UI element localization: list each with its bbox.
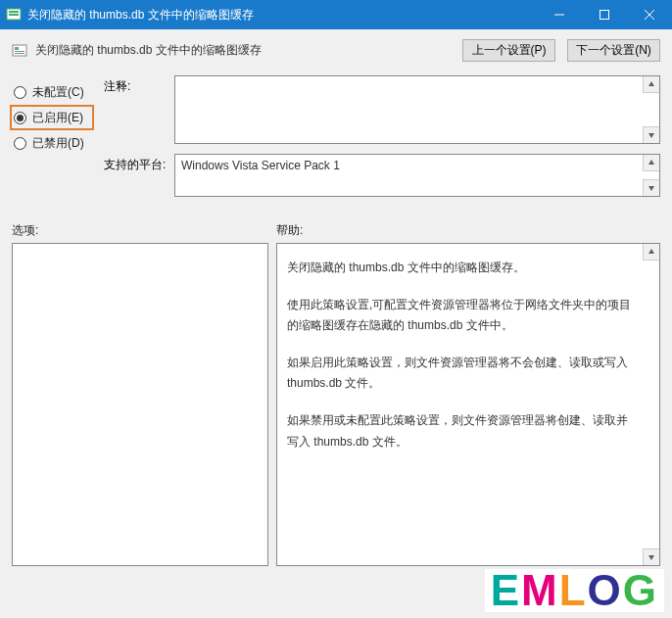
annotation-row: 注释:	[104, 75, 660, 144]
fields-column: 注释: 支持的平台: Windows Vista Service Pack 1	[104, 75, 660, 207]
minimize-button[interactable]	[537, 0, 582, 29]
policy-title: 关闭隐藏的 thumbs.db 文件中的缩略图缓存	[35, 42, 451, 59]
previous-setting-button[interactable]: 上一个设置(P)	[462, 39, 555, 62]
radio-icon	[14, 112, 26, 124]
close-button[interactable]	[627, 0, 672, 29]
help-label: 帮助:	[276, 222, 303, 239]
scroll-up-button[interactable]	[643, 76, 659, 93]
content-area: 关闭隐藏的 thumbs.db 文件中的缩略图缓存 上一个设置(P) 下一个设置…	[0, 29, 672, 618]
config-area: 未配置(C) 已启用(E) 已禁用(D) 注释: 支持的平台:	[12, 75, 660, 207]
svg-rect-7	[13, 45, 26, 56]
maximize-button[interactable]	[582, 0, 627, 29]
watermark-logo: EMLOG	[485, 569, 664, 612]
platform-value: Windows Vista Service Pack 1	[181, 159, 340, 172]
radio-icon	[14, 137, 26, 150]
svg-marker-13	[648, 160, 654, 165]
scroll-up-button[interactable]	[643, 244, 659, 261]
svg-marker-14	[648, 186, 654, 191]
radio-label: 已启用(E)	[32, 110, 83, 126]
svg-rect-8	[15, 47, 19, 50]
policy-icon	[12, 43, 27, 59]
radio-label: 未配置(C)	[32, 84, 84, 101]
scroll-down-button[interactable]	[643, 126, 659, 143]
options-label: 选项:	[12, 222, 276, 239]
options-panel	[12, 243, 268, 566]
scroll-up-button[interactable]	[643, 155, 659, 171]
lower-labels: 选项: 帮助:	[12, 222, 660, 239]
help-panel: 关闭隐藏的 thumbs.db 文件中的缩略图缓存。 使用此策略设置,可配置文件…	[276, 243, 660, 566]
scroll-down-button[interactable]	[643, 179, 659, 196]
watermark-char: M	[521, 566, 559, 614]
annotation-label: 注释:	[104, 75, 174, 95]
platform-box: Windows Vista Service Pack 1	[174, 154, 660, 197]
svg-marker-12	[648, 133, 654, 138]
platform-row: 支持的平台: Windows Vista Service Pack 1	[104, 154, 660, 197]
radio-icon	[14, 86, 26, 99]
help-paragraph: 如果禁用或未配置此策略设置，则文件资源管理器将创建、读取并写入 thumbs.d…	[287, 410, 636, 452]
scroll-down-button[interactable]	[643, 548, 659, 565]
next-setting-button[interactable]: 下一个设置(N)	[567, 39, 660, 62]
radio-label: 已禁用(D)	[32, 135, 84, 152]
radio-disabled[interactable]: 已禁用(D)	[12, 130, 94, 156]
svg-rect-1	[9, 11, 19, 13]
svg-rect-2	[9, 14, 19, 16]
help-paragraph: 如果启用此策略设置，则文件资源管理器将不会创建、读取或写入 thumbs.db …	[287, 353, 636, 395]
titlebar: 关闭隐藏的 thumbs.db 文件中的缩略图缓存	[0, 0, 672, 29]
help-paragraph: 关闭隐藏的 thumbs.db 文件中的缩略图缓存。	[287, 258, 636, 279]
window-controls	[537, 0, 672, 29]
watermark-char: L	[559, 566, 588, 614]
window-title: 关闭隐藏的 thumbs.db 文件中的缩略图缓存	[27, 7, 537, 24]
svg-marker-16	[648, 555, 654, 560]
watermark-char: G	[623, 566, 658, 614]
svg-marker-11	[648, 81, 654, 86]
lower-panels: 关闭隐藏的 thumbs.db 文件中的缩略图缓存。 使用此策略设置,可配置文件…	[12, 243, 660, 566]
radio-enabled[interactable]: 已启用(E)	[10, 105, 94, 130]
radio-not-configured[interactable]: 未配置(C)	[12, 79, 94, 105]
svg-rect-4	[600, 11, 609, 20]
svg-rect-9	[15, 51, 24, 52]
watermark-char: E	[491, 566, 521, 614]
svg-marker-15	[648, 249, 654, 254]
annotation-textarea[interactable]	[174, 75, 660, 144]
radio-group: 未配置(C) 已启用(E) 已禁用(D)	[12, 75, 94, 207]
help-paragraph: 使用此策略设置,可配置文件资源管理器将位于网络文件夹中的项目的缩略图缓存在隐藏的…	[287, 295, 636, 337]
app-icon	[6, 7, 22, 23]
header-row: 关闭隐藏的 thumbs.db 文件中的缩略图缓存 上一个设置(P) 下一个设置…	[12, 39, 660, 62]
watermark-char: O	[588, 566, 623, 614]
platform-label: 支持的平台:	[104, 154, 174, 173]
svg-rect-10	[15, 53, 24, 54]
